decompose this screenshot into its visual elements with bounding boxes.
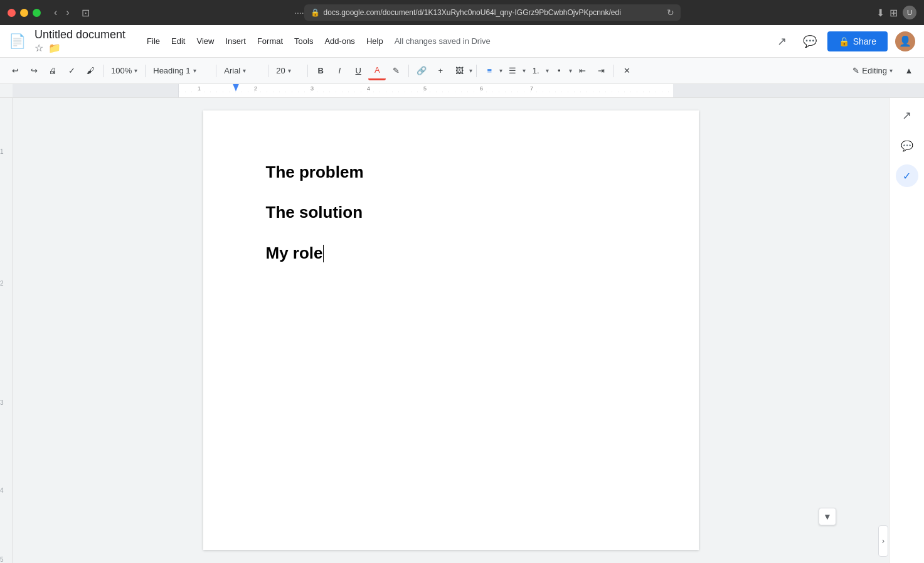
ruler-marker-5: 5 [423,85,427,92]
profile-icon[interactable]: U [903,6,916,19]
minimize-button[interactable] [20,9,28,17]
doc-app-icon: 📄 [9,33,26,50]
heading-dropdown-arrow: ▾ [193,67,196,74]
address-text: docs.google.com/document/d/1K13XuRyhc0no… [324,8,621,17]
menu-help[interactable]: Help [361,34,388,48]
decrease-indent-button[interactable]: ⇤ [573,62,591,80]
insert-comment-button[interactable]: + [432,62,449,80]
check-sidebar-button[interactable]: ✓ [896,164,918,187]
indent-marker[interactable] [233,84,239,92]
ruler-left-margin [13,84,179,98]
tabs-menu-button[interactable]: ···· [294,8,304,18]
reload-button[interactable]: ↻ [667,8,674,18]
scroll-to-bottom-button[interactable]: ▼ [819,508,836,525]
comments-icon[interactable]: 💬 [800,31,820,51]
heading-line-1[interactable]: The problem [266,161,636,183]
page-number-2: 2 [0,280,4,287]
ruler[interactable]: 1 2 3 4 5 6 7 [179,84,924,98]
folder-icon[interactable]: 📁 [48,42,61,54]
user-avatar[interactable]: 👤 [895,31,915,51]
right-sidebar: ↗ 💬 ✓ [889,98,924,563]
ruler-ticks [179,92,673,92]
left-gutter: 1 2 3 4 5 [0,98,13,563]
page-number-1: 1 [0,148,4,155]
bullet-dropdown-arrow[interactable]: ▾ [569,67,572,74]
increase-indent-button[interactable]: ⇥ [592,62,610,80]
collapse-toolbar-button[interactable]: ▲ [900,62,918,80]
back-button[interactable]: ‹ [51,6,60,19]
app-bar-right: ↗ 💬 🔒 Share 👤 [772,31,915,51]
font-size-select[interactable]: 20 ▾ [272,62,304,80]
paint-format-button[interactable]: 🖌 [82,62,99,80]
expand-sidebar-button[interactable]: › [878,525,888,557]
comments-sidebar-button[interactable]: 💬 [896,134,918,157]
highlight-button[interactable]: ✎ [387,62,405,80]
spellcheck-button[interactable]: ✓ [63,62,80,80]
insert-link-button[interactable]: 🔗 [413,62,430,80]
separator-8 [613,65,614,77]
print-button[interactable]: 🖨 [44,62,61,80]
bulleted-list-button[interactable]: • [550,62,568,80]
doc-actions: ☆ 📁 [35,42,125,54]
zoom-select[interactable]: 100% ▾ [107,62,141,80]
redo-button[interactable]: ↪ [25,62,43,80]
menu-view[interactable]: View [191,34,219,48]
lock-icon: 🔒 [311,8,320,17]
address-bar-wrap: ···· 🔒 docs.google.com/document/d/1K13Xu… [98,4,871,21]
insert-image-arrow[interactable]: ▾ [469,67,472,74]
ruler-marker-2: 2 [254,85,257,92]
line-spacing-button[interactable]: ☰ [504,62,521,80]
heading-select[interactable]: Heading 1 ▾ [149,62,212,80]
forward-button[interactable]: › [63,6,72,19]
menu-addons[interactable]: Add-ons [319,34,359,48]
text-color-button[interactable]: A [368,62,386,80]
separator-2 [145,65,146,77]
heading-line-2[interactable]: The solution [266,201,636,223]
editing-mode-button[interactable]: ✎ Editing ▾ [847,63,898,78]
ruler-marker-4: 4 [367,85,370,92]
document-page[interactable]: The problem The solution My role [203,110,699,550]
ruler-marker-3: 3 [311,85,314,92]
doc-title[interactable]: Untitled document [35,28,125,41]
menu-tools[interactable]: Tools [289,34,318,48]
split-view-icon[interactable]: ⊞ [889,7,898,19]
close-button[interactable] [8,9,16,17]
menu-format[interactable]: Format [252,34,288,48]
separator-6 [408,65,409,77]
align-left-button[interactable]: ≡ [481,62,498,80]
spacing-dropdown-arrow[interactable]: ▾ [523,67,526,74]
editing-dropdown-arrow: ▾ [889,67,893,74]
underline-button[interactable]: U [349,62,367,80]
num-list-dropdown-arrow[interactable]: ▾ [546,67,549,74]
align-dropdown-arrow[interactable]: ▾ [499,67,502,74]
zoom-dropdown-arrow: ▾ [134,67,137,74]
undo-button[interactable]: ↩ [6,62,24,80]
menu-edit[interactable]: Edit [166,34,190,48]
address-bar[interactable]: 🔒 docs.google.com/document/d/1K13XuRyhc0… [304,4,681,21]
star-icon[interactable]: ☆ [35,42,43,54]
text-cursor [323,245,324,262]
heading-line-1-text: The problem [266,163,364,181]
page-number-3: 3 [0,399,4,406]
activity-icon[interactable]: ↗ [772,31,792,51]
activity-sidebar-button[interactable]: ↗ [896,104,918,127]
numbered-list-button[interactable]: 1. [527,62,544,80]
bold-button[interactable]: B [312,62,329,80]
expand-sidebar-area: › [878,0,888,563]
font-dropdown-arrow: ▾ [243,67,246,74]
separator-3 [216,65,216,77]
italic-button[interactable]: I [331,62,348,80]
nav-arrows: ‹ › [51,6,73,19]
document-area[interactable]: The problem The solution My role [13,98,889,563]
font-size-value: 20 [276,66,285,75]
menu-file[interactable]: File [142,34,165,48]
zoom-value: 100% [111,66,132,75]
maximize-button[interactable] [33,9,41,17]
heading-line-3[interactable]: My role [266,242,636,264]
insert-image-button[interactable]: 🖼 [450,62,468,80]
menu-insert[interactable]: Insert [220,34,251,48]
doc-title-area: Untitled document ☆ 📁 [35,28,125,54]
clear-format-button[interactable]: ✕ [618,62,635,80]
window-mode-button[interactable]: ⊡ [78,6,93,20]
font-select[interactable]: Arial ▾ [220,62,264,80]
